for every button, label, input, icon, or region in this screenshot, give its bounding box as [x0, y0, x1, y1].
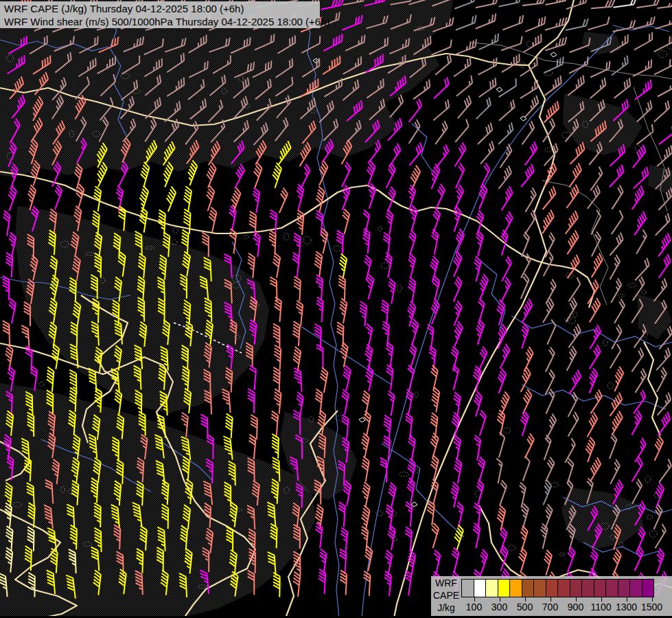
cape-colorbar-cell: [594, 579, 607, 597]
map-title-overlay: WRF CAPE (J/kg) Thursday 04-12-2025 18:0…: [0, 1, 320, 28]
colorbar-tick-label: 500: [517, 602, 533, 613]
cape-colorbar-cell: [642, 579, 655, 597]
legend-param-label: CAPE: [431, 589, 461, 602]
cape-colorbar-cell: [461, 579, 474, 597]
legend-model-label: WRF: [431, 577, 461, 589]
cape-colorbar-cell: [509, 579, 522, 597]
colorbar-tick-label: 100: [466, 602, 482, 613]
cape-colorbar-cell: [474, 579, 487, 597]
cape-colorbar-cell: [570, 579, 583, 597]
cape-colorbar: [461, 579, 654, 597]
cape-colorbar-cell: [546, 579, 559, 597]
cape-colorbar-cell: [557, 579, 570, 597]
title-line-shear: WRF Wind shear (m/s) 500/1000hPa Thursda…: [4, 15, 320, 28]
cape-colorbar-cell: [533, 579, 546, 597]
cape-colorbar-cell: [605, 579, 618, 597]
cape-legend: WRF CAPE J/kg 10030050070090011001300150…: [431, 576, 672, 616]
colorbar-tick-label: 900: [568, 602, 583, 613]
cape-colorbar-cell: [618, 579, 631, 597]
weather-map-canvas: [0, 0, 672, 618]
colorbar-tick-label: 1100: [590, 602, 611, 613]
cape-colorbar-cell: [629, 579, 642, 597]
cape-colorbar-cell: [581, 579, 594, 597]
legend-units-label: J/kg: [431, 602, 461, 614]
wrf-weather-map-app: WRF CAPE (J/kg) Thursday 04-12-2025 18:0…: [0, 0, 672, 618]
colorbar-tick-label: 300: [491, 602, 507, 613]
colorbar-tick-label: 700: [542, 602, 558, 613]
legend-label-block: WRF CAPE J/kg: [431, 577, 461, 614]
colorbar-tick-label: 1300: [616, 602, 637, 613]
cape-colorbar-cell: [498, 579, 511, 597]
cape-colorbar-cell: [485, 579, 498, 597]
colorbar-tick-label: 1500: [641, 602, 662, 613]
cape-colorbar-cell: [522, 579, 535, 597]
title-line-cape: WRF CAPE (J/kg) Thursday 04-12-2025 18:0…: [4, 2, 320, 15]
